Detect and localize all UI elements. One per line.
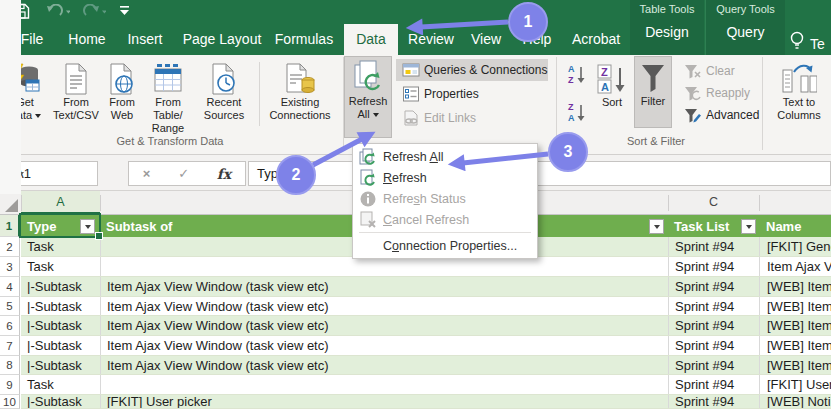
cell-b4[interactable]: Item Ajax View Window (task view etc) (100, 277, 668, 296)
from-web-button[interactable]: From Web (104, 58, 140, 122)
tab-query[interactable]: Query (706, 24, 785, 40)
info-icon (353, 190, 383, 208)
cell-a7[interactable]: |-Subtask (21, 336, 100, 355)
row-number-3[interactable]: 3 (0, 257, 20, 277)
from-text-csv-button[interactable]: From Text/CSV (50, 58, 102, 122)
row-number-9[interactable]: 9 (0, 375, 20, 395)
cell-c5[interactable]: Sprint #94 (668, 297, 759, 315)
cell-a2[interactable]: Task (21, 237, 100, 256)
cell-d8[interactable]: [WEB] Item (759, 356, 831, 374)
row-number-10[interactable]: 10 (0, 395, 20, 409)
sort-z-to-a-button[interactable]: Z A (562, 101, 590, 123)
selected-cell-outline (19, 213, 101, 238)
callout-circle-1: 1 (508, 2, 548, 42)
properties-button[interactable]: Properties (396, 83, 548, 105)
cell-c8[interactable]: Sprint #94 (668, 356, 759, 374)
tell-me-lightbulb-icon[interactable] (789, 30, 805, 51)
advanced-filter-button[interactable]: Advanced (678, 104, 764, 126)
cell-a5[interactable]: |-Subtask (21, 297, 100, 315)
redo-icon[interactable] (82, 4, 106, 19)
row-number-6[interactable]: 6 (0, 316, 20, 336)
cell-d4[interactable]: [WEB] Item (759, 277, 831, 296)
filter-dropdown-subtask-of[interactable] (649, 219, 664, 234)
cell-c6[interactable]: Sprint #94 (668, 316, 759, 335)
cell-b3[interactable] (100, 257, 668, 276)
tab-data[interactable]: Data (344, 24, 398, 55)
cell-a3[interactable]: Task (21, 257, 100, 276)
refresh-all-button[interactable]: Refresh All (344, 56, 392, 138)
column-header-c[interactable]: C (668, 191, 759, 214)
cell-d3[interactable]: Item Ajax V (759, 257, 831, 276)
cell-d9[interactable]: [FKIT] User (759, 375, 831, 394)
cell-d2[interactable]: [FKIT] Gene (759, 237, 831, 256)
menu-item-label: Refresh (383, 171, 427, 185)
cell-c10[interactable]: Sprint #94 (668, 395, 759, 408)
customize-quick-access-icon[interactable] (118, 6, 132, 17)
row-number-4[interactable]: 4 (0, 277, 20, 297)
tab-review[interactable]: Review (400, 24, 462, 55)
table-row-9: TaskSprint #94[FKIT] User (21, 375, 831, 395)
undo-icon[interactable] (46, 4, 70, 19)
cell-a8[interactable]: |-Subtask (21, 356, 100, 374)
from-table-range-button[interactable]: From Table/ Range (140, 58, 196, 135)
cell-b8[interactable]: Item Ajax View Window (task view etc) (100, 356, 668, 374)
cell-c3[interactable]: Sprint #94 (668, 257, 759, 276)
cell-d7[interactable]: [WEB] Item (759, 336, 831, 355)
cell-b10[interactable]: [FKIT] User picker (100, 395, 668, 408)
cell-a6[interactable]: |-Subtask (21, 316, 100, 335)
formula-bar-buttons: × ✓ fx (128, 161, 246, 186)
row-number-5[interactable]: 5 (0, 297, 20, 316)
table-row-7: |-SubtaskItem Ajax View Window (task vie… (21, 336, 831, 356)
row-number-2[interactable]: 2 (0, 237, 20, 257)
cell-a9[interactable]: Task (21, 375, 100, 394)
text-to-columns-button[interactable]: Text to Columns (768, 58, 830, 122)
formula-input[interactable]: Type (248, 161, 831, 186)
sort-a-to-z-button[interactable]: A Z (562, 63, 590, 85)
cell-b5[interactable]: Item Ajax View Window (task view etc) (100, 297, 668, 315)
from-table-range-label: From Table/ (153, 96, 182, 121)
cell-a4[interactable]: |-Subtask (21, 277, 100, 296)
menu-item-refresh-all[interactable]: Refresh All (353, 146, 537, 167)
cell-a10[interactable]: |-Subtask (21, 395, 100, 408)
tab-design[interactable]: Design (630, 24, 704, 40)
fill-handle[interactable] (95, 232, 103, 240)
table-row-5: |-SubtaskItem Ajax View Window (task vie… (21, 297, 831, 316)
menu-item-refresh[interactable]: Refresh (353, 167, 537, 188)
tell-me-label[interactable]: Te (810, 36, 825, 52)
filter-dropdown-task-list[interactable] (741, 219, 756, 234)
row-number-1[interactable]: 1 (0, 215, 20, 237)
queries-connections-button[interactable]: Queries & Connections (396, 59, 548, 81)
tab-home[interactable]: Home (58, 24, 116, 55)
enter-icon[interactable]: ✓ (178, 166, 189, 181)
cancel-icon[interactable]: × (143, 166, 151, 181)
cell-c2[interactable]: Sprint #94 (668, 237, 759, 256)
cell-d10[interactable]: [WEB] Noti (759, 395, 831, 408)
row-number-7[interactable]: 7 (0, 336, 20, 356)
sort-a-to-z-icon: A Z (566, 63, 588, 85)
get-data-caret-icon (35, 114, 41, 118)
cell-b9[interactable] (100, 375, 668, 394)
menu-item-connection-properties[interactable]: Connection Properties... (353, 235, 537, 256)
filter-button[interactable]: Filter (634, 56, 672, 128)
column-header-a[interactable]: A (21, 191, 100, 214)
tab-formulas[interactable]: Formulas (272, 24, 336, 55)
row-number-8[interactable]: 8 (0, 356, 20, 375)
sort-button[interactable]: Z A Sort (592, 58, 632, 109)
clear-filter-label: Clear (706, 64, 735, 78)
tab-view[interactable]: View (462, 24, 510, 55)
cell-b7[interactable]: Item Ajax View Window (task view etc) (100, 336, 668, 355)
existing-connections-button[interactable]: Existing Connections (263, 58, 337, 122)
cell-c4[interactable]: Sprint #94 (668, 277, 759, 296)
header-cell-name[interactable]: Name (759, 215, 831, 237)
cell-d6[interactable]: [WEB] Item (759, 316, 831, 335)
tab-page-layout[interactable]: Page Layout (174, 24, 270, 55)
tab-insert[interactable]: Insert (118, 24, 172, 55)
cell-c9[interactable]: Sprint #94 (668, 375, 759, 394)
cell-d5[interactable]: [WEB] Item (759, 297, 831, 315)
recent-sources-button[interactable]: Recent Sources (198, 58, 250, 122)
tab-acrobat[interactable]: Acrobat (564, 24, 628, 55)
cell-c7[interactable]: Sprint #94 (668, 336, 759, 355)
cell-b6[interactable]: Item Ajax View Window (task view etc) (100, 316, 668, 335)
insert-function-icon[interactable]: fx (217, 166, 231, 182)
select-all-corner[interactable] (5, 199, 18, 212)
